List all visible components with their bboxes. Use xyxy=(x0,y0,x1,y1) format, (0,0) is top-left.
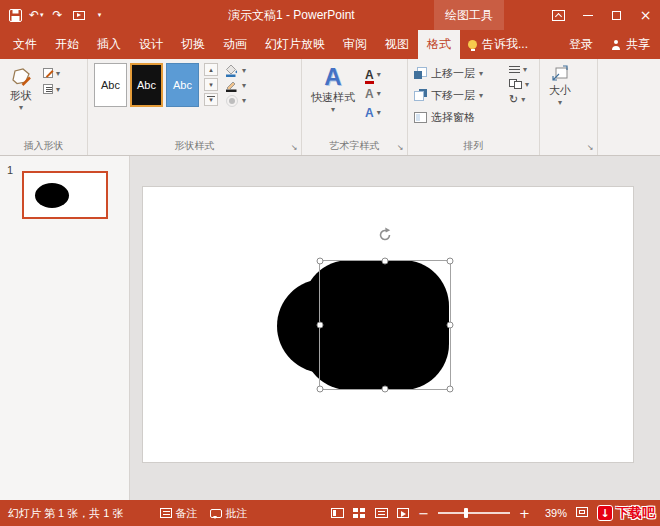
chevron-down-icon: ▾ xyxy=(242,82,246,89)
tab-slideshow[interactable]: 幻灯片放映 xyxy=(256,30,334,59)
redo-button[interactable]: ↷ xyxy=(49,4,67,26)
undo-button[interactable]: ↶▾ xyxy=(27,4,46,26)
shape-outline-button[interactable]: ▾ xyxy=(223,79,248,92)
selection-pane-label: 选择窗格 xyxy=(431,110,475,125)
zoom-out-button[interactable]: − xyxy=(418,507,429,520)
slide[interactable] xyxy=(142,186,634,463)
notes-button[interactable]: 备注 xyxy=(160,506,198,521)
tab-review[interactable]: 审阅 xyxy=(334,30,376,59)
wordart-content: A 快速样式 ▾ A▾ A▾ A▾ xyxy=(302,59,407,139)
sign-in-button[interactable]: 登录 xyxy=(561,30,601,59)
close-button[interactable]: × xyxy=(631,0,660,30)
resize-handle-middle-left[interactable] xyxy=(317,322,324,329)
reading-view-button[interactable] xyxy=(375,508,388,518)
watermark-text: 下载吧 xyxy=(616,504,655,522)
gallery-more-button[interactable]: ▾ xyxy=(204,93,218,106)
selection-pane-icon xyxy=(414,112,427,123)
normal-view-button[interactable] xyxy=(331,508,344,518)
slideshow-view-button[interactable] xyxy=(397,508,409,518)
chevron-down-icon: ▾ xyxy=(377,71,381,78)
text-outline-button[interactable]: A▾ xyxy=(363,86,383,101)
arrange-main-buttons: 上移一层▾ 下移一层▾ 选择窗格 xyxy=(414,63,502,139)
gallery-down-button[interactable]: ▾ xyxy=(204,78,218,91)
zoom-level[interactable]: 39% xyxy=(539,507,567,519)
text-box-button[interactable]: ▾ xyxy=(41,83,62,95)
bring-forward-button[interactable]: 上移一层▾ xyxy=(414,63,502,83)
send-backward-button[interactable]: 下移一层▾ xyxy=(414,85,502,105)
bring-forward-icon xyxy=(414,67,427,79)
start-slideshow-button[interactable] xyxy=(70,4,88,26)
chevron-down-icon: ▾ xyxy=(377,109,381,116)
group-wordart-styles: A 快速样式 ▾ A▾ A▾ A▾ 艺术字样式 ↘ xyxy=(302,59,408,155)
edit-shape-button[interactable]: ▾ xyxy=(41,67,62,79)
ribbon-display-options-icon xyxy=(552,10,565,21)
tab-file[interactable]: 文件 xyxy=(4,30,46,59)
shape-style-option-blue[interactable]: Abc xyxy=(166,63,199,107)
shapes-gallery-button[interactable]: 形状 ▾ xyxy=(6,63,36,139)
text-fill-button[interactable]: A▾ xyxy=(363,67,383,82)
resize-handle-top-right[interactable] xyxy=(447,258,454,265)
ribbon-display-options-button[interactable] xyxy=(544,0,573,30)
group-objects-button[interactable]: ▾ xyxy=(507,78,531,90)
text-effects-button[interactable]: A▾ xyxy=(363,105,383,120)
quick-access-toolbar: ↶▾ ↷ ▾ xyxy=(6,0,109,30)
shape-effects-button[interactable]: ▾ xyxy=(223,94,248,107)
resize-handle-top-middle[interactable] xyxy=(382,258,389,265)
slide-canvas xyxy=(130,156,660,500)
size-label: 大小 xyxy=(549,83,571,98)
tab-insert[interactable]: 插入 xyxy=(88,30,130,59)
slide-sorter-view-button[interactable] xyxy=(353,508,366,519)
window-title: 演示文稿1 - PowerPoint xyxy=(228,0,355,30)
slide-number: 1 xyxy=(7,164,13,176)
tell-me-box[interactable]: 告诉我... xyxy=(460,30,536,59)
tab-home[interactable]: 开始 xyxy=(46,30,88,59)
comments-button[interactable]: 批注 xyxy=(210,506,248,521)
shapes-icon xyxy=(9,65,33,87)
edit-shape-icon xyxy=(43,68,53,78)
resize-handle-bottom-middle[interactable] xyxy=(382,386,389,393)
fit-slide-icon xyxy=(576,507,588,517)
resize-handle-top-left[interactable] xyxy=(317,258,324,265)
slide-thumbnail-1[interactable] xyxy=(22,171,108,219)
zoom-in-button[interactable]: + xyxy=(519,507,530,520)
tab-view[interactable]: 视图 xyxy=(376,30,418,59)
wordart-a-icon: A xyxy=(324,65,341,89)
zoom-slider[interactable] xyxy=(438,512,510,514)
resize-handle-bottom-left[interactable] xyxy=(317,386,324,393)
tab-transitions[interactable]: 切换 xyxy=(172,30,214,59)
rotate-handle[interactable] xyxy=(377,227,393,247)
resize-handle-bottom-right[interactable] xyxy=(447,386,454,393)
zoom-slider-thumb[interactable] xyxy=(464,508,468,518)
share-button[interactable]: 共享 xyxy=(601,30,660,59)
tab-design[interactable]: 设计 xyxy=(130,30,172,59)
dialog-launcher-shape-styles[interactable]: ↘ xyxy=(289,143,299,153)
comments-label: 批注 xyxy=(226,506,248,521)
gallery-up-button[interactable]: ▴ xyxy=(204,63,218,76)
save-button[interactable] xyxy=(6,4,24,26)
tab-animations[interactable]: 动画 xyxy=(214,30,256,59)
align-icon xyxy=(509,65,520,74)
maximize-button[interactable] xyxy=(602,0,631,30)
shape-style-option-white[interactable]: Abc xyxy=(94,63,127,107)
tab-format-active[interactable]: 格式 xyxy=(418,30,460,59)
resize-handle-middle-right[interactable] xyxy=(447,322,454,329)
chevron-down-icon: ▾ xyxy=(525,81,529,88)
shape-style-option-black-selected[interactable]: Abc xyxy=(130,63,163,107)
minimize-button[interactable] xyxy=(573,0,602,30)
slideshow-icon xyxy=(73,11,85,20)
shape-fill-button[interactable]: ▾ xyxy=(223,64,248,77)
wordart-quick-styles-button[interactable]: A 快速样式 ▾ xyxy=(308,63,358,139)
group-size: 大小 ▾ ↘ xyxy=(540,59,598,155)
dialog-launcher-wordart[interactable]: ↘ xyxy=(395,143,405,153)
selection-pane-button[interactable]: 选择窗格 xyxy=(414,107,502,127)
chevron-down-icon: ▾ xyxy=(558,99,562,106)
customize-qat-button[interactable]: ▾ xyxy=(91,4,109,26)
align-button[interactable]: ▾ xyxy=(507,64,531,75)
dialog-launcher-size[interactable]: ↘ xyxy=(585,143,595,153)
fit-slide-button[interactable] xyxy=(576,507,588,519)
group-label-wordart: 艺术字样式 xyxy=(302,139,407,155)
person-icon xyxy=(611,40,621,50)
size-button[interactable]: 大小 ▾ xyxy=(546,63,574,139)
notes-icon xyxy=(160,508,172,518)
rotate-button[interactable]: ↻▾ xyxy=(507,93,531,106)
